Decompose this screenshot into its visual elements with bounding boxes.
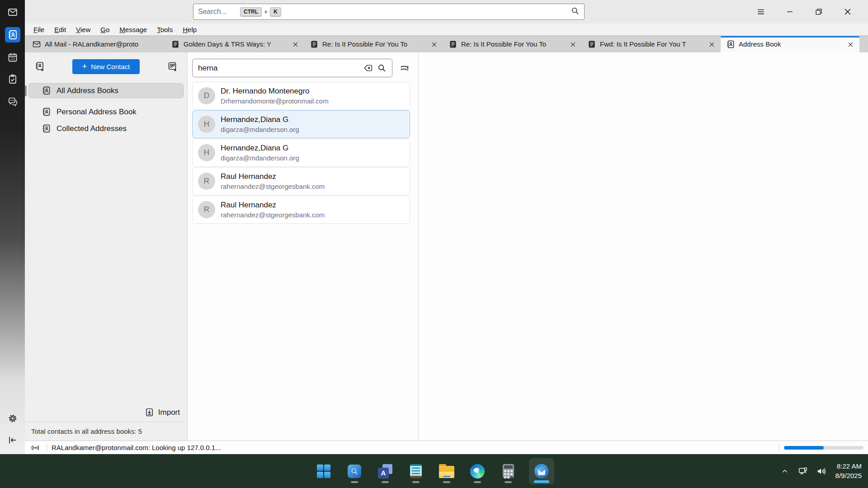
contacts-search-box[interactable]: [192, 59, 392, 77]
contact-name: Hernandez,Diana G: [221, 115, 299, 124]
app-menu-icon[interactable]: [753, 4, 769, 19]
message-tab-icon: [310, 40, 319, 49]
search-app-icon[interactable]: [344, 458, 364, 484]
avatar: R: [198, 201, 215, 218]
menu-edit[interactable]: Edit: [49, 25, 71, 34]
contact-detail-pane: [419, 52, 868, 441]
clock-date: 8/9/2025: [835, 471, 862, 480]
book-row-collected[interactable]: Collected Addresses: [28, 121, 184, 136]
contact-email: rahernandez@stgeorgesbank.com: [221, 211, 325, 219]
import-button[interactable]: Import: [25, 403, 187, 422]
contact-email: Drhernandomonte@protonmail.com: [221, 97, 329, 105]
menu-message[interactable]: Message: [114, 25, 152, 34]
taskbar-clock[interactable]: 8:22 AM 8/9/2025: [832, 462, 862, 480]
calendar-space-icon[interactable]: [5, 50, 20, 65]
address-book-icon: [726, 40, 735, 49]
contact-name: Dr. Hernando Montenegro: [221, 87, 329, 96]
menu-go[interactable]: Go: [95, 25, 114, 34]
total-contacts-label: Total contacts in all address books: 5: [25, 422, 187, 441]
tab-close-icon[interactable]: [567, 39, 578, 50]
spaces-toolbar: [0, 0, 25, 454]
tab-message-golden-days[interactable]: Golden Days & TRS Ways: Y: [165, 36, 304, 52]
import-icon: [145, 408, 154, 417]
mail-space-icon[interactable]: [5, 5, 20, 20]
desktop: CTRL + K File Edit View Go Message Tools…: [0, 0, 868, 488]
tab-address-book[interactable]: Address Book: [721, 36, 859, 52]
global-search-input[interactable]: [198, 8, 239, 16]
tab-close-icon[interactable]: [429, 39, 439, 50]
settings-gear-icon[interactable]: [5, 411, 20, 426]
contact-name: Hernandez,Diana G: [221, 144, 299, 153]
search-icon: [571, 6, 580, 17]
tab-all-mail[interactable]: All Mail - RALandkamer@proto: [27, 36, 165, 52]
contact-row[interactable]: R Raul Hernandez rahernandez@stgeorgesba…: [192, 167, 410, 195]
mail-tab-icon: [32, 40, 41, 49]
calculator-icon[interactable]: [498, 458, 518, 484]
hidden-icons-chevron-icon[interactable]: [778, 462, 792, 480]
display-options-icon[interactable]: [397, 61, 412, 76]
address-book-icon: [42, 107, 51, 117]
address-book-space-icon[interactable]: [5, 27, 20, 42]
tab-message-fwd-possible[interactable]: Fwd: Is It Possible For You T: [582, 36, 721, 52]
restore-icon[interactable]: [811, 4, 826, 19]
volume-icon[interactable]: [814, 462, 828, 480]
contact-row[interactable]: H Hernandez,Diana G digarza@mdanderson.o…: [192, 139, 410, 167]
tab-close-icon[interactable]: [845, 39, 856, 50]
address-book-icon: [42, 86, 51, 95]
tab-close-icon[interactable]: [290, 39, 301, 50]
thunderbird-window: CTRL + K File Edit View Go Message Tools…: [25, 0, 868, 454]
collapse-spaces-icon[interactable]: [5, 432, 20, 448]
k-key-badge: K: [270, 7, 281, 17]
menu-view[interactable]: View: [71, 25, 95, 34]
network-icon[interactable]: [796, 462, 810, 480]
book-label: Collected Addresses: [57, 124, 127, 133]
book-label: Personal Address Book: [57, 108, 137, 117]
contact-row[interactable]: H Hernandez,Diana G digarza@mdanderson.o…: [192, 110, 410, 138]
chat-space-icon[interactable]: [5, 94, 20, 109]
close-icon[interactable]: [840, 4, 855, 19]
minimize-icon[interactable]: [782, 4, 797, 19]
contact-email: rahernandez@stgeorgesbank.com: [221, 183, 325, 190]
search-icon[interactable]: [375, 61, 388, 75]
contacts-pane: D Dr. Hernando Montenegro Drhernandomont…: [188, 52, 419, 441]
global-search-bar[interactable]: CTRL + K: [193, 4, 585, 20]
notepad-icon[interactable]: [406, 458, 426, 484]
app-a-icon[interactable]: A: [375, 458, 395, 484]
tab-close-icon[interactable]: [706, 39, 717, 50]
menu-file[interactable]: File: [28, 25, 49, 34]
clear-search-icon[interactable]: [361, 61, 375, 75]
tab-message-re-possible-1[interactable]: Re: Is It Possible For You To: [304, 36, 443, 52]
ctrl-key-badge: CTRL: [240, 7, 262, 17]
start-button-icon[interactable]: [314, 458, 334, 484]
avatar: H: [198, 116, 215, 133]
tab-label: Re: Is It Possible For You To: [461, 40, 546, 48]
tab-message-re-possible-2[interactable]: Re: Is It Possible For You To: [443, 36, 582, 52]
new-address-book-icon[interactable]: [32, 59, 47, 74]
tab-label: Re: Is It Possible For You To: [322, 40, 407, 48]
titlebar: CTRL + K: [25, 0, 868, 23]
tab-bar: All Mail - RALandkamer@proto Golden Days…: [25, 36, 868, 52]
edge-browser-icon[interactable]: [467, 458, 487, 484]
avatar: D: [198, 87, 215, 104]
menu-tools[interactable]: Tools: [152, 25, 178, 34]
tasks-space-icon[interactable]: [5, 71, 20, 87]
tab-label: Address Book: [739, 40, 781, 48]
contact-row[interactable]: D Dr. Hernando Montenegro Drhernandomont…: [192, 82, 410, 110]
file-explorer-icon[interactable]: [437, 458, 457, 484]
address-book-icon: [42, 124, 51, 133]
contact-name: Raul Hernandez: [221, 201, 325, 210]
new-list-icon[interactable]: [165, 59, 180, 74]
new-contact-label: New Contact: [91, 63, 130, 70]
thunderbird-icon[interactable]: [529, 458, 554, 484]
book-row-all-address-books[interactable]: All Address Books: [28, 83, 184, 98]
book-list: All Address Books Personal Address Book …: [25, 80, 187, 138]
new-contact-button[interactable]: + New Contact: [72, 59, 140, 74]
book-row-personal[interactable]: Personal Address Book: [28, 104, 184, 119]
window-controls: [753, 0, 868, 23]
activity-radio-icon[interactable]: [28, 443, 42, 453]
contact-row[interactable]: R Raul Hernandez rahernandez@stgeorgesba…: [192, 196, 410, 224]
status-text: RALandkamer@protonmail.com: Looking up 1…: [52, 444, 221, 451]
contacts-search-input[interactable]: [198, 64, 361, 73]
message-tab-icon: [587, 40, 596, 49]
menu-help[interactable]: Help: [178, 25, 202, 34]
